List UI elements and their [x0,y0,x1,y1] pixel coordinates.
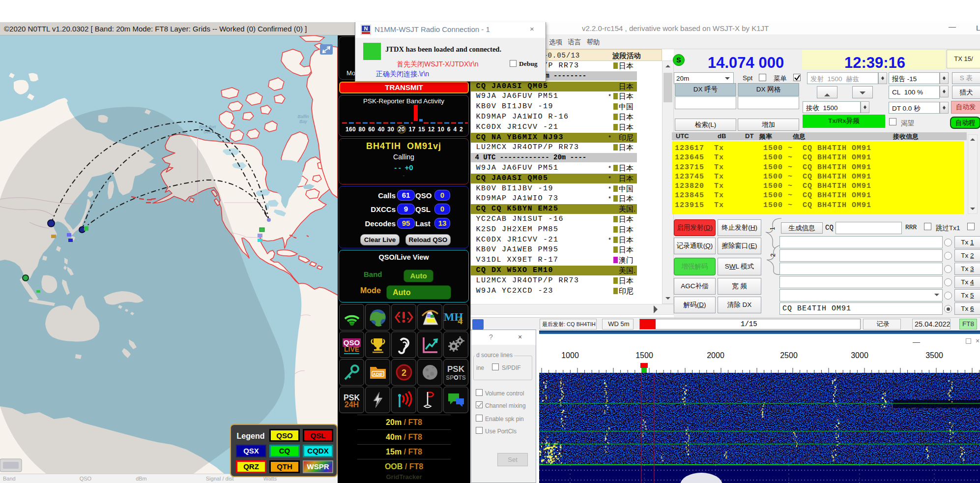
svg-text:Baffin: Baffin [297,114,309,119]
svg-text:2: 2 [770,253,777,257]
svg-text:ADIF: ADIF [373,372,383,377]
svg-text:1: 1 [769,227,776,230]
svg-text:N: N [364,26,368,31]
svg-text:1000: 1000 [561,351,579,360]
svg-text:Bay: Bay [299,119,307,124]
svg-text:Beaufort: Beaufort [199,124,216,129]
svg-text:3500: 3500 [925,351,943,360]
svg-text:2000: 2000 [707,351,724,360]
svg-text:1500: 1500 [635,351,653,360]
svg-text:2500: 2500 [780,351,798,360]
svg-text:2: 2 [401,368,406,378]
svg-text:3000: 3000 [851,351,868,360]
